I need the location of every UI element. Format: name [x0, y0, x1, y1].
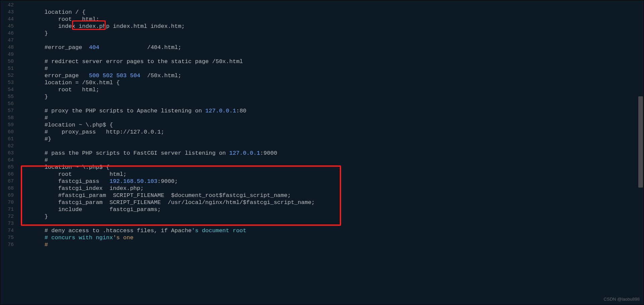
line-number: 66	[0, 171, 17, 178]
line-number: 47	[0, 37, 17, 44]
line-number: 59	[0, 121, 17, 129]
code-line[interactable]: fastcgi_index index.php;	[17, 185, 637, 192]
scrollbar-thumb[interactable]	[638, 96, 643, 188]
code-line[interactable]: #fastcgi_param SCRIPT_FILENAME $document…	[17, 192, 637, 199]
line-number: 52	[0, 72, 17, 79]
code-line[interactable]: #	[17, 241, 637, 248]
code-line[interactable]: location / {	[17, 9, 637, 16]
code-line[interactable]: #	[17, 157, 637, 164]
line-number: 64	[0, 157, 17, 164]
line-number: 50	[0, 58, 17, 65]
code-line[interactable]: #	[17, 114, 637, 121]
line-number: 63	[0, 150, 17, 157]
line-number: 42	[0, 2, 17, 9]
line-number: 44	[0, 16, 17, 23]
line-number: 62	[0, 143, 17, 150]
line-number: 71	[0, 206, 17, 213]
line-number-gutter: 4243444546474849505152535455565758596061…	[0, 0, 17, 305]
line-number: 57	[0, 107, 17, 114]
scrollbar-track[interactable]	[638, 0, 643, 305]
code-line[interactable]	[17, 37, 637, 44]
line-number: 61	[0, 136, 17, 143]
code-line[interactable]: #location ~ \.php$ {	[17, 121, 637, 129]
code-line[interactable]: error_page 500 502 503 504 /50x.html;	[17, 72, 637, 79]
code-line[interactable]: root html;	[17, 86, 637, 93]
line-number: 58	[0, 114, 17, 121]
code-line[interactable]: # concurs with nginx's one	[17, 234, 637, 241]
code-line[interactable]	[17, 2, 637, 9]
code-line[interactable]: # deny access to .htaccess files, if Apa…	[17, 227, 637, 234]
code-line[interactable]: root html:	[17, 16, 637, 23]
line-number: 70	[0, 199, 17, 206]
line-number: 74	[0, 227, 17, 234]
line-number: 54	[0, 86, 17, 93]
code-line[interactable]: # proxy_pass http://127.0.0.1;	[17, 129, 637, 136]
line-number: 53	[0, 79, 17, 86]
line-number: 72	[0, 213, 17, 220]
code-line[interactable]: fastcgi_pass 192.168.50.103:9000;	[17, 178, 637, 185]
line-number: 46	[0, 30, 17, 37]
code-area[interactable]: location / { root html: index index.php …	[17, 0, 637, 305]
code-line[interactable]: }	[17, 30, 637, 37]
line-number: 68	[0, 185, 17, 192]
line-number: 76	[0, 241, 17, 248]
line-number: 45	[0, 23, 17, 30]
code-line[interactable]: }	[17, 93, 637, 100]
line-number: 51	[0, 65, 17, 72]
line-number: 49	[0, 51, 17, 58]
code-line[interactable]: include fastcgi_params;	[17, 206, 637, 213]
code-line[interactable]: }	[17, 213, 637, 220]
code-line[interactable]: location ~ \.php$ {	[17, 164, 637, 171]
code-line[interactable]	[17, 51, 637, 58]
line-number: 55	[0, 93, 17, 100]
line-number: 75	[0, 234, 17, 241]
code-editor[interactable]: 4243444546474849505152535455565758596061…	[0, 0, 644, 305]
code-line[interactable]	[17, 100, 637, 107]
code-line[interactable]: # redirect server error pages to the sta…	[17, 58, 637, 65]
line-number: 67	[0, 178, 17, 185]
line-number: 65	[0, 164, 17, 171]
code-line[interactable]: fastcgi_param SCRIPT_FILENAME /usr/local…	[17, 199, 637, 206]
code-line[interactable]: location = /50x.html {	[17, 79, 637, 86]
line-number: 43	[0, 9, 17, 16]
code-line[interactable]	[17, 143, 637, 150]
code-line[interactable]: #error_page 404 /404.html;	[17, 44, 637, 51]
watermark: CSDN @laobu898	[604, 296, 640, 303]
line-number: 60	[0, 129, 17, 136]
code-line[interactable]: #	[17, 65, 637, 72]
code-line[interactable]: # proxy the PHP scripts to Apache listen…	[17, 107, 637, 114]
line-number: 73	[0, 220, 17, 227]
code-line[interactable]: #}	[17, 136, 637, 143]
line-number: 48	[0, 44, 17, 51]
line-number: 56	[0, 100, 17, 107]
code-line[interactable]: # pass the PHP scripts to FastCGI server…	[17, 150, 637, 157]
code-line[interactable]: index index.php index.html index.htm;	[17, 23, 637, 30]
code-line[interactable]: root html;	[17, 171, 637, 178]
line-number: 69	[0, 192, 17, 199]
code-line[interactable]	[17, 220, 637, 227]
